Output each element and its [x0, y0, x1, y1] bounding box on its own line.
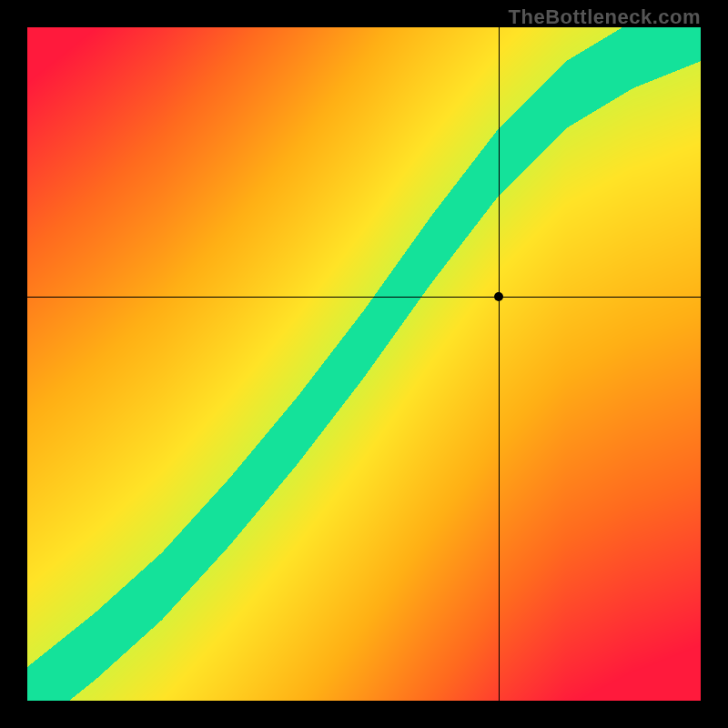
watermark-text: TheBottleneck.com: [509, 5, 701, 29]
heatmap-plot: [27, 27, 701, 701]
heatmap-canvas: [27, 27, 701, 701]
crosshair-vertical: [499, 27, 500, 701]
marker-dot: [494, 292, 503, 301]
chart-frame: TheBottleneck.com: [0, 0, 728, 728]
crosshair-horizontal: [27, 297, 701, 298]
